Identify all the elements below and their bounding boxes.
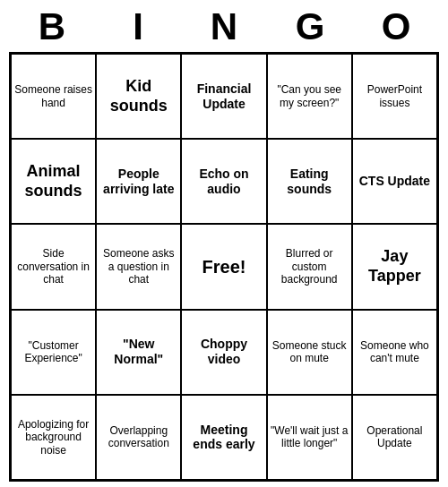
bingo-grid: Someone raises handKid soundsFinancial U… xyxy=(9,52,439,482)
cell-r4c2[interactable]: "New Normal" xyxy=(96,310,181,395)
cell-r1c1[interactable]: Someone raises hand xyxy=(11,54,96,139)
cell-r4c3[interactable]: Choppy video xyxy=(181,310,266,395)
letter-N: N xyxy=(185,5,263,48)
cell-r2c3[interactable]: Echo on audio xyxy=(181,139,266,224)
cell-r3c4[interactable]: Blurred or custom background xyxy=(267,224,352,309)
cell-r5c2[interactable]: Overlapping conversation xyxy=(96,395,181,480)
letter-I: I xyxy=(99,5,177,48)
cell-r4c4[interactable]: Someone stuck on mute xyxy=(267,310,352,395)
cell-r1c5[interactable]: PowerPoint issues xyxy=(352,54,437,139)
cell-r5c3[interactable]: Meeting ends early xyxy=(181,395,266,480)
letter-O: O xyxy=(357,5,435,48)
cell-r3c3[interactable]: Free! xyxy=(181,224,266,309)
cell-r1c3[interactable]: Financial Update xyxy=(181,54,266,139)
cell-r3c5[interactable]: Jay Tapper xyxy=(352,224,437,309)
cell-r5c4[interactable]: "We'll wait just a little longer" xyxy=(267,395,352,480)
cell-r5c5[interactable]: Operational Update xyxy=(352,395,437,480)
letter-B: B xyxy=(13,5,91,48)
bingo-title: BINGO xyxy=(9,0,439,52)
cell-r4c1[interactable]: "Customer Experience" xyxy=(11,310,96,395)
cell-r4c5[interactable]: Someone who can't mute xyxy=(352,310,437,395)
cell-r5c1[interactable]: Apologizing for background noise xyxy=(11,395,96,480)
cell-r2c1[interactable]: Animal sounds xyxy=(11,139,96,224)
cell-r1c2[interactable]: Kid sounds xyxy=(96,54,181,139)
cell-r1c4[interactable]: "Can you see my screen?" xyxy=(267,54,352,139)
cell-r2c5[interactable]: CTS Update xyxy=(352,139,437,224)
cell-r2c2[interactable]: People arriving late xyxy=(96,139,181,224)
letter-G: G xyxy=(271,5,349,48)
cell-r2c4[interactable]: Eating sounds xyxy=(267,139,352,224)
cell-r3c1[interactable]: Side conversation in chat xyxy=(11,224,96,309)
cell-r3c2[interactable]: Someone asks a question in chat xyxy=(96,224,181,309)
